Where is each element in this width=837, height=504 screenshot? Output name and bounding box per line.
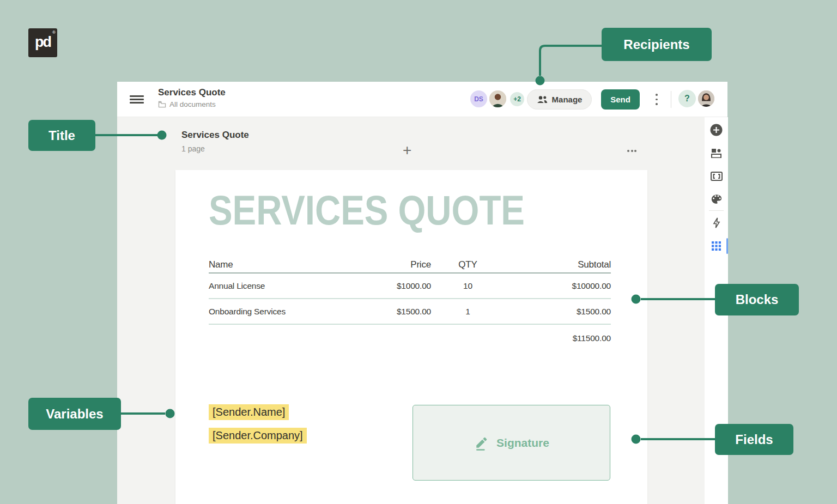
user-profile-avatar[interactable] [697,89,715,108]
column-header-name: Name [209,259,349,270]
callout-blocks: Blocks [715,284,799,315]
more-options-kebab-icon[interactable] [653,94,660,105]
document-title-block: Services Quote All documents [158,87,226,108]
recipient-avatar-ds[interactable]: DS [469,89,488,108]
callout-recipients: Recipients [602,28,712,61]
pandadoc-logo-text: pd [35,34,51,51]
add-circle-icon[interactable] [705,122,728,138]
apps-grid-icon[interactable] [705,238,728,254]
add-content-button[interactable]: + [403,143,411,158]
cell-name: Onboarding Services [209,307,349,317]
cell-qty: 1 [431,307,505,317]
page-count: 1 page [181,144,205,153]
breadcrumb[interactable]: All documents [158,100,226,108]
manage-recipients-button[interactable]: Manage [527,89,592,110]
recipient-avatar-photo[interactable] [488,89,507,108]
pricing-table-block[interactable]: Name Price QTY Subtotal Annual License $… [209,257,611,352]
app-header: Services Quote All documents DS +2 [117,82,727,117]
column-header-qty: QTY [431,259,505,270]
pandadoc-logo: pd ® [28,28,57,57]
callout-title: Title [28,120,95,151]
signature-field[interactable]: Signature [413,405,610,481]
person-photo-icon [489,89,506,108]
cell-price: $1000.00 [349,281,431,291]
people-icon [537,96,548,104]
variables-brackets-icon[interactable] [705,168,728,184]
document-heading-block[interactable]: SERVICES QUOTE [209,186,525,234]
signature-pen-icon [474,435,490,451]
column-header-subtotal: Subtotal [505,259,611,270]
variable-sender-company[interactable]: [Sender.Company] [209,428,307,444]
theme-palette-icon[interactable] [705,191,728,207]
callout-variables: Variables [28,398,121,430]
column-header-price: Price [349,259,431,270]
recipient-overflow-badge[interactable]: +2 [509,91,525,107]
document-page: SERVICES QUOTE Name Price QTY Subtotal A… [175,170,647,504]
recipients-connector-line [540,46,602,76]
variable-sender-name[interactable]: [Sender.Name] [209,404,289,420]
cell-subtotal: $1500.00 [505,307,611,317]
cell-name: Annual License [209,281,349,291]
send-button[interactable]: Send [601,89,640,110]
profile-photo-icon [698,89,714,108]
page-more-options-icon[interactable] [627,150,636,152]
document-title: Services Quote [158,87,226,98]
editor-document-title[interactable]: Services Quote [181,130,249,141]
content-blocks-icon[interactable] [705,145,728,161]
callout-fields: Fields [715,424,793,455]
cell-price: $1500.00 [349,307,431,317]
help-button[interactable]: ? [678,90,696,107]
table-total-value: $11500.00 [505,333,611,343]
cell-subtotal: $10000.00 [505,281,611,291]
active-tool-indicator [726,238,728,254]
header-divider [671,91,671,108]
signature-field-label: Signature [496,436,549,450]
folder-icon [158,101,166,108]
table-row[interactable]: Annual License $1000.00 10 $10000.00 [209,274,611,299]
manage-label: Manage [552,95,583,104]
table-row[interactable]: Onboarding Services $1500.00 1 $1500.00 [209,299,611,325]
overflow-count: +2 [513,95,521,103]
hamburger-menu-icon[interactable] [130,95,144,104]
pricing-table-header-row: Name Price QTY Subtotal [209,257,611,274]
avatar-initials: DS [474,95,483,103]
breadcrumb-label: All documents [169,100,216,108]
automations-bolt-icon[interactable] [705,215,728,231]
pandadoc-editor-screenshot: pd ® Title Recipients Variables Blocks F… [0,0,837,504]
registered-mark: ® [52,30,56,35]
pricing-table-total-row: $11500.00 [209,325,611,352]
cell-qty: 10 [431,281,505,291]
toolbar-divider [709,210,724,211]
